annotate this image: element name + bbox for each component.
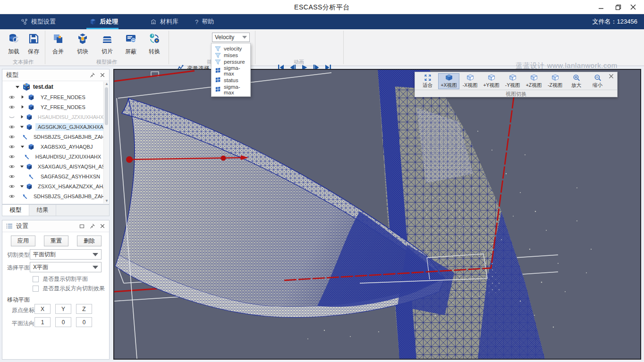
view-button-+Z[interactable]: +Z视图 — [523, 73, 544, 89]
caret-down-icon[interactable] — [20, 144, 26, 149]
grid-icon — [215, 86, 221, 93]
tree-row[interactable]: ZSXGX_HSAKAZNZXK_AHASX — [2, 181, 103, 191]
origin-y-input[interactable] — [55, 304, 71, 314]
view-button--Y[interactable]: -Y视图 — [502, 73, 523, 89]
dropdown-option[interactable]: velocity — [212, 45, 250, 52]
pin-icon[interactable] — [89, 223, 95, 229]
maximize-icon[interactable] — [79, 223, 85, 229]
view-button--X[interactable]: -X视图 — [459, 73, 481, 89]
menu-item-postprocess[interactable]: 后处理 — [90, 14, 118, 29]
convert-button[interactable]: 转换 — [144, 32, 165, 56]
caret-right-icon[interactable] — [20, 115, 24, 119]
tree-root-item[interactable]: test.dat — [2, 82, 103, 92]
eye-visible-icon[interactable] — [8, 173, 16, 180]
eye-visible-icon[interactable] — [8, 193, 15, 200]
variable-dropdown-select[interactable]: Velocity — [212, 33, 250, 42]
tree-row[interactable]: YZ_FREE_NODES — [2, 102, 103, 112]
tab-results[interactable]: 结果 — [29, 205, 56, 216]
close-icon[interactable] — [100, 72, 105, 78]
view-button-[interactable]: 适合 — [417, 73, 438, 89]
tree-row[interactable]: XAGBSXG_AYHAQBJ — [2, 142, 103, 152]
close-button[interactable] — [628, 3, 638, 11]
scroll-up-icon[interactable]: ▲ — [105, 82, 108, 86]
dropdown-option[interactable]: status — [212, 76, 250, 84]
fit-icon — [423, 74, 433, 82]
eye-visible-icon[interactable] — [8, 143, 16, 150]
reverse-cut-checkbox[interactable] — [33, 286, 39, 292]
show-cut-plane-checkbox[interactable] — [33, 276, 39, 282]
cube-view-icon — [465, 74, 475, 82]
scroll-down-icon[interactable]: ▼ — [105, 199, 108, 203]
eye-visible-icon[interactable] — [8, 163, 15, 170]
menu-item-help[interactable]: ? 帮助 — [195, 14, 214, 29]
origin-z-input[interactable] — [76, 304, 92, 314]
load-button[interactable]: 加载 — [3, 32, 25, 56]
restore-button[interactable] — [613, 3, 623, 11]
delete-button[interactable]: 删除 — [77, 236, 102, 246]
caret-down-icon[interactable] — [20, 164, 24, 168]
tree-row[interactable]: SDHSBJZS_GHSABJHB_ZAHU — [2, 132, 103, 142]
tree-row[interactable]: SDHSBJZS_GHSABJHB_ZAHU — [2, 191, 103, 201]
save-button[interactable]: 保存 — [23, 32, 44, 56]
mask-button[interactable]: 屏蔽 — [120, 32, 142, 56]
tab-model[interactable]: 模型 — [2, 205, 29, 216]
eye-visible-icon[interactable] — [8, 134, 15, 140]
origin-x-input[interactable] — [34, 304, 51, 314]
caret-down-icon[interactable] — [20, 184, 24, 188]
tree-row[interactable]: SAGFASGZ_ASYHHXSN — [2, 171, 103, 181]
dropdown-option[interactable]: mises — [212, 52, 250, 59]
minimize-button[interactable] — [596, 3, 606, 11]
caret-right-icon[interactable] — [20, 95, 26, 99]
pin-icon[interactable] — [89, 72, 95, 78]
dropdown-option-label: status — [224, 77, 238, 83]
scrollbar-thumb[interactable] — [105, 87, 108, 125]
tree-row[interactable]: HSAUHDISU_JZXIUXHAHX — [2, 112, 103, 122]
normal-x-input[interactable] — [34, 317, 51, 327]
eye-visible-icon[interactable] — [8, 153, 15, 160]
close-icon[interactable] — [100, 223, 105, 229]
cut-block-button[interactable]: 切块 — [72, 32, 93, 56]
tree-row[interactable]: YZ_FREE_NODES — [2, 92, 103, 102]
apply-button[interactable]: 应用 — [11, 236, 35, 246]
view-button-[interactable]: 缩小 — [587, 73, 608, 89]
dropdown-option[interactable]: perssure — [212, 59, 250, 65]
mesh-part-icon — [28, 143, 35, 150]
tree-row[interactable]: XSAXGAUS_AISYAQSH_ASHX — [2, 161, 103, 171]
viewport-3d[interactable]: 适合+X视图-X视图+Y视图-Y视图+Z视图-Z视图放大缩小 视图切换 — [113, 69, 641, 360]
view-button-+Y[interactable]: +Y视图 — [481, 73, 502, 89]
normal-z-input[interactable] — [76, 317, 92, 327]
group-label-model-ops: 模型操作 — [96, 59, 117, 66]
tree-row[interactable]: HSAUHDISU_JZXIUXHAHX — [2, 152, 103, 161]
caret-down-icon[interactable] — [20, 125, 24, 129]
caret-down-icon[interactable] — [15, 84, 20, 89]
eye-visible-icon[interactable] — [8, 183, 15, 190]
plane-select[interactable]: X平面 — [30, 262, 102, 272]
view-button--Z[interactable]: -Z视图 — [544, 73, 566, 89]
filter-icon — [215, 59, 221, 65]
grid-icon — [215, 67, 221, 74]
help-icon: ? — [195, 18, 198, 25]
merge-button[interactable]: 合并 — [47, 32, 69, 56]
tree-root-label: test.dat — [33, 84, 53, 90]
view-button-+X[interactable]: +X视图 — [438, 73, 459, 89]
slice-button[interactable]: 切片 — [96, 32, 118, 56]
tree-scrollbar[interactable]: ▲ ▼ — [103, 82, 109, 203]
eye-visible-icon[interactable] — [8, 104, 16, 110]
view-toolbar-close-button[interactable] — [608, 73, 614, 81]
tree-row[interactable]: AGSGKJKG_GJHXAJKHXA — [2, 122, 103, 132]
cut-type-select[interactable]: 平面切割 — [30, 249, 102, 260]
eye-hidden-icon[interactable] — [8, 114, 15, 120]
delete-label: 删除 — [84, 237, 95, 245]
reset-button[interactable]: 重置 — [44, 236, 68, 246]
caret-right-icon[interactable] — [20, 105, 26, 109]
convert-label: 转换 — [149, 48, 160, 56]
eye-visible-icon[interactable] — [8, 94, 16, 101]
dropdown-option[interactable]: sigma-max — [212, 67, 250, 75]
view-button-[interactable]: 放大 — [566, 73, 587, 89]
eye-visible-icon[interactable] — [8, 124, 15, 130]
tree-row-label: HSAUHDISU_JZXIUXHAHX — [35, 113, 103, 121]
menu-item-material-lib[interactable]: 材料库 — [150, 14, 178, 29]
menu-item-model-settings[interactable]: 模型设置 — [21, 14, 56, 29]
dropdown-option[interactable]: sigma-max — [212, 85, 250, 93]
normal-y-input[interactable] — [55, 317, 71, 327]
